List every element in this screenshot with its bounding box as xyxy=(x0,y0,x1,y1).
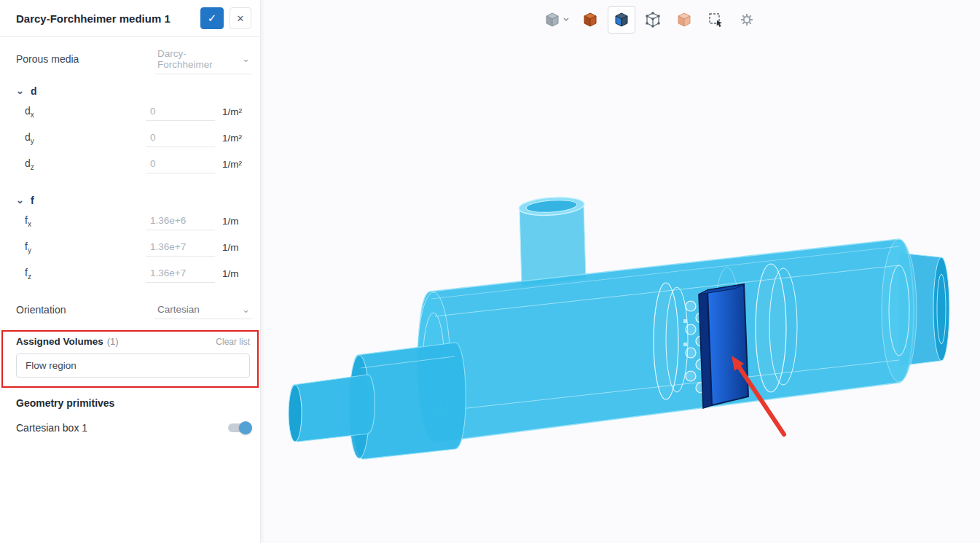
section-f-header[interactable]: ⌄ f xyxy=(16,195,251,206)
fz-input[interactable] xyxy=(146,264,215,283)
face-select-icon xyxy=(613,11,630,28)
section-f-label: f xyxy=(31,195,34,206)
dy-row: dy 1/m² xyxy=(16,125,251,151)
dx-input[interactable] xyxy=(146,102,215,121)
chevron-down-icon: ⌄ xyxy=(242,307,250,313)
orientation-label: Orientation xyxy=(16,304,154,316)
assigned-volumes-label: Assigned Volumes xyxy=(16,336,103,347)
toggle-knob xyxy=(239,421,252,434)
chevron-down-icon: ⌄ xyxy=(16,88,24,94)
orientation-row: Orientation Cartesian ⌄ xyxy=(16,297,251,323)
fz-unit: 1/m xyxy=(222,268,251,279)
dy-input[interactable] xyxy=(146,128,215,147)
dx-label: dx xyxy=(16,105,146,119)
face-select-button[interactable] xyxy=(608,6,635,34)
check-icon: ✓ xyxy=(208,12,217,25)
fx-row: fx 1/m xyxy=(16,208,251,234)
chevron-down-icon xyxy=(563,17,569,22)
dx-row: dx 1/m² xyxy=(16,98,251,125)
porous-media-label: Porous media xyxy=(16,53,154,65)
section-d-label: d xyxy=(31,85,37,97)
inlet-pipe xyxy=(289,375,375,442)
view-cube-icon xyxy=(544,11,561,28)
settings-panel: Darcy-Forchheimer medium 1 ✓ ✕ Porous me… xyxy=(0,0,261,543)
vertex-select-icon xyxy=(644,11,662,28)
fz-row: fz 1/m xyxy=(16,260,251,286)
muffler-model xyxy=(261,0,980,543)
fx-unit: 1/m xyxy=(222,216,251,227)
panel-header: Darcy-Forchheimer medium 1 ✓ ✕ xyxy=(0,0,260,37)
fy-row: fy 1/m xyxy=(16,234,251,260)
transparent-volume-icon xyxy=(675,11,693,28)
cartesian-box-row: Cartesian box 1 xyxy=(16,422,251,434)
solid-volume-icon xyxy=(581,11,599,28)
dz-row: dz 1/m² xyxy=(16,151,251,177)
fy-unit: 1/m xyxy=(222,242,251,253)
fy-input[interactable] xyxy=(146,238,215,257)
vertex-select-button[interactable] xyxy=(639,6,667,34)
orientation-dropdown[interactable]: Cartesian ⌄ xyxy=(154,300,251,319)
assigned-volumes-count: (1) xyxy=(107,336,119,347)
section-d-header[interactable]: ⌄ d xyxy=(16,85,251,97)
fy-label: fy xyxy=(16,241,146,254)
chevron-down-icon: ⌄ xyxy=(242,56,250,62)
cartesian-box-toggle[interactable] xyxy=(228,423,250,432)
clear-list-link[interactable]: Clear list xyxy=(216,337,250,347)
view-cube-button[interactable] xyxy=(540,6,573,34)
fx-input[interactable] xyxy=(146,211,215,230)
dy-label: dy xyxy=(16,131,146,145)
highlighted-volume[interactable] xyxy=(699,284,748,408)
fz-label: fz xyxy=(16,267,146,281)
gear-icon xyxy=(738,11,756,28)
dx-unit: 1/m² xyxy=(222,106,251,117)
close-button[interactable]: ✕ xyxy=(230,7,251,29)
porous-media-value: Darcy-Forchheimer xyxy=(157,48,239,70)
dz-input[interactable] xyxy=(146,155,215,173)
solid-volume-button[interactable] xyxy=(576,6,604,34)
dz-label: dz xyxy=(16,157,146,171)
confirm-button[interactable]: ✓ xyxy=(200,7,224,29)
assigned-volume-name: Flow region xyxy=(26,360,77,371)
fx-label: fx xyxy=(16,214,146,228)
chevron-down-icon: ⌄ xyxy=(16,198,24,203)
viewport-toolbar xyxy=(540,6,761,34)
dz-unit: 1/m² xyxy=(222,159,251,170)
box-select-icon xyxy=(707,11,724,28)
cartesian-box-label: Cartesian box 1 xyxy=(16,422,87,434)
box-select-button[interactable] xyxy=(702,6,729,34)
close-icon: ✕ xyxy=(237,13,245,24)
top-pipe xyxy=(518,195,586,286)
geometry-primitives-label: Geometry primitives xyxy=(16,397,251,409)
assigned-volume-item[interactable]: Flow region xyxy=(16,353,250,378)
orientation-value: Cartesian xyxy=(157,304,239,315)
dy-unit: 1/m² xyxy=(222,133,251,144)
mesh-settings-button[interactable] xyxy=(733,6,761,34)
porous-media-row: Porous media Darcy-Forchheimer ⌄ xyxy=(16,44,251,74)
panel-title: Darcy-Forchheimer medium 1 xyxy=(16,12,195,25)
transparent-volume-button[interactable] xyxy=(670,6,698,34)
porous-media-dropdown[interactable]: Darcy-Forchheimer ⌄ xyxy=(154,44,251,74)
assigned-volumes-annotation: Assigned Volumes (1) Clear list Flow reg… xyxy=(1,330,259,388)
viewport[interactable] xyxy=(261,0,980,543)
